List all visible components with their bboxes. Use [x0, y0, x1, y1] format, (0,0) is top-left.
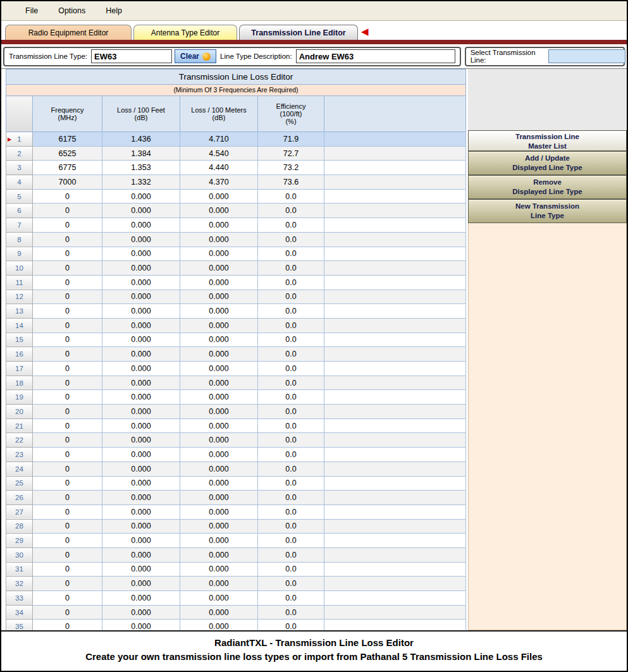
cell-freq[interactable]: 0 — [33, 448, 102, 462]
cell-loss_m[interactable]: 0.000 — [180, 261, 258, 276]
cell-loss_m[interactable]: 0.000 — [180, 333, 258, 347]
cell-empty[interactable] — [324, 161, 466, 175]
cell-freq[interactable]: 6525 — [33, 146, 102, 161]
cell-eff[interactable]: 0.0 — [258, 547, 324, 562]
cell-loss_m[interactable]: 0.000 — [180, 218, 258, 233]
cell-empty[interactable] — [324, 547, 466, 562]
table-row[interactable]: 2700.0000.0000.0 — [6, 504, 466, 519]
table-row[interactable]: 1800.0000.0000.0 — [6, 376, 466, 390]
table-row[interactable]: 1900.0000.0000.0 — [6, 390, 466, 405]
cell-freq[interactable]: 0 — [33, 232, 102, 247]
cell-freq[interactable]: 0 — [33, 189, 102, 204]
cell-eff[interactable]: 0.0 — [258, 232, 324, 247]
table-row[interactable]: 600.0000.0000.0 — [6, 204, 466, 218]
row-number[interactable]: ▶1 — [6, 132, 33, 147]
cell-loss_m[interactable]: 0.000 — [180, 376, 258, 390]
table-row[interactable]: 3100.0000.0000.0 — [6, 562, 466, 577]
cell-eff[interactable]: 0.0 — [258, 605, 324, 620]
cell-loss_ft[interactable]: 0.000 — [102, 218, 180, 233]
row-number[interactable]: 4 — [6, 175, 33, 190]
cell-freq[interactable]: 0 — [33, 547, 102, 562]
cell-empty[interactable] — [324, 461, 466, 476]
table-row[interactable]: 2300.0000.0000.0 — [6, 448, 466, 462]
row-number[interactable]: 26 — [6, 491, 33, 505]
cell-freq[interactable]: 0 — [33, 534, 102, 548]
cell-loss_ft[interactable]: 0.000 — [102, 591, 180, 606]
cell-loss_ft[interactable]: 0.000 — [102, 605, 180, 620]
cell-eff[interactable]: 0.0 — [258, 534, 324, 548]
cell-empty[interactable] — [324, 318, 466, 333]
cell-eff[interactable]: 0.0 — [258, 491, 324, 505]
cell-loss_ft[interactable]: 0.000 — [102, 504, 180, 519]
table-row[interactable]: 900.0000.0000.0 — [6, 247, 466, 261]
table-row[interactable]: 2100.0000.0000.0 — [6, 418, 466, 433]
cell-loss_m[interactable]: 4.540 — [180, 146, 258, 161]
cell-freq[interactable]: 0 — [33, 491, 102, 505]
cell-eff[interactable]: 0.0 — [258, 204, 324, 218]
cell-eff[interactable]: 71.9 — [258, 132, 324, 147]
table-row[interactable]: 1200.0000.0000.0 — [6, 290, 466, 304]
cell-freq[interactable]: 0 — [33, 247, 102, 261]
cell-loss_ft[interactable]: 0.000 — [102, 461, 180, 476]
table-row[interactable]: 1300.0000.0000.0 — [6, 304, 466, 319]
cell-loss_ft[interactable]: 0.000 — [102, 261, 180, 276]
cell-empty[interactable] — [324, 605, 466, 620]
cell-loss_m[interactable]: 4.710 — [180, 132, 258, 147]
cell-eff[interactable]: 0.0 — [258, 362, 324, 376]
cell-loss_m[interactable]: 0.000 — [180, 275, 258, 290]
cell-empty[interactable] — [324, 189, 466, 204]
cell-loss_m[interactable]: 4.370 — [180, 175, 258, 190]
cell-freq[interactable]: 0 — [33, 504, 102, 519]
cell-eff[interactable]: 0.0 — [258, 218, 324, 233]
cell-loss_ft[interactable]: 0.000 — [102, 204, 180, 218]
cell-empty[interactable] — [324, 534, 466, 548]
cell-loss_ft[interactable]: 0.000 — [102, 390, 180, 405]
cell-freq[interactable]: 0 — [33, 333, 102, 347]
table-row[interactable]: 3500.0000.0000.0 — [6, 620, 466, 630]
cell-loss_m[interactable]: 0.000 — [180, 318, 258, 333]
cell-empty[interactable] — [324, 376, 466, 390]
row-number[interactable]: 34 — [6, 605, 33, 620]
cell-freq[interactable]: 0 — [33, 347, 102, 362]
row-number[interactable]: 17 — [6, 362, 33, 376]
row-number[interactable]: 19 — [6, 390, 33, 405]
cell-loss_m[interactable]: 0.000 — [180, 189, 258, 204]
table-row[interactable]: 367751.3534.44073.2 — [6, 161, 466, 175]
cell-freq[interactable]: 0 — [33, 418, 102, 433]
cell-eff[interactable]: 0.0 — [258, 347, 324, 362]
cell-loss_ft[interactable]: 0.000 — [102, 362, 180, 376]
cell-loss_ft[interactable]: 0.000 — [102, 290, 180, 304]
cell-freq[interactable]: 0 — [33, 318, 102, 333]
cell-empty[interactable] — [324, 290, 466, 304]
cell-freq[interactable]: 0 — [33, 605, 102, 620]
select-transmission-line-combo[interactable] — [548, 49, 625, 63]
row-number[interactable]: 35 — [6, 620, 33, 630]
table-row[interactable]: 2600.0000.0000.0 — [6, 491, 466, 505]
cell-freq[interactable]: 0 — [33, 433, 102, 448]
cell-eff[interactable]: 0.0 — [258, 189, 324, 204]
cell-loss_m[interactable]: 0.000 — [180, 491, 258, 505]
cell-freq[interactable]: 0 — [33, 390, 102, 405]
cell-loss_m[interactable]: 0.000 — [180, 418, 258, 433]
cell-eff[interactable]: 0.0 — [258, 290, 324, 304]
cell-empty[interactable] — [324, 275, 466, 290]
cell-freq[interactable]: 0 — [33, 376, 102, 390]
description-input[interactable] — [296, 49, 455, 63]
row-number[interactable]: 31 — [6, 562, 33, 577]
row-number[interactable]: 22 — [6, 433, 33, 448]
row-number[interactable]: 30 — [6, 547, 33, 562]
row-number[interactable]: 11 — [6, 275, 33, 290]
cell-eff[interactable]: 0.0 — [258, 261, 324, 276]
cell-loss_m[interactable]: 0.000 — [180, 547, 258, 562]
cell-empty[interactable] — [324, 418, 466, 433]
cell-freq[interactable]: 0 — [33, 562, 102, 577]
cell-loss_ft[interactable]: 0.000 — [102, 247, 180, 261]
cell-loss_ft[interactable]: 0.000 — [102, 448, 180, 462]
row-number[interactable]: 3 — [6, 161, 33, 175]
table-row[interactable]: 700.0000.0000.0 — [6, 218, 466, 233]
tab-radio-equipment-editor[interactable]: Radio Equipment Editor — [5, 25, 132, 40]
cell-eff[interactable]: 0.0 — [258, 461, 324, 476]
row-number[interactable]: 21 — [6, 418, 33, 433]
cell-eff[interactable]: 0.0 — [258, 591, 324, 606]
table-row[interactable]: 1100.0000.0000.0 — [6, 275, 466, 290]
